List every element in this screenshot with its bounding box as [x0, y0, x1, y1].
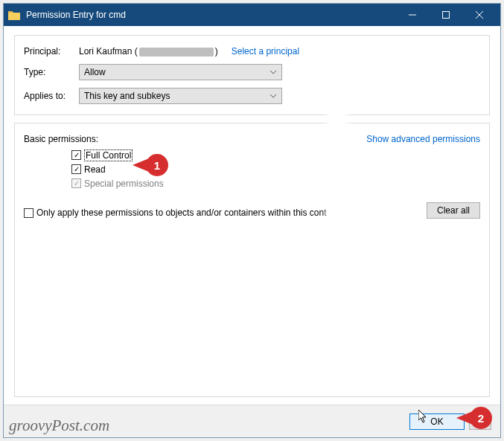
chevron-down-icon	[269, 68, 277, 76]
type-value: Allow	[84, 67, 106, 77]
applies-to-label: Applies to:	[24, 91, 71, 101]
only-apply-label: Only apply these permissions to objects …	[36, 207, 327, 218]
chevron-down-icon	[269, 92, 277, 100]
read-label: Read	[84, 164, 106, 175]
principal-label: Principal:	[24, 46, 71, 57]
type-dropdown[interactable]: Allow	[79, 64, 282, 80]
redacted-email	[139, 48, 214, 57]
principal-section: Principal: Lori Kaufman () Select a prin…	[14, 35, 490, 115]
type-row: Type: Allow	[24, 64, 480, 80]
principal-row: Principal: Lori Kaufman () Select a prin…	[24, 46, 480, 57]
svg-rect-1	[442, 12, 449, 19]
only-apply-checkbox[interactable]	[24, 208, 34, 218]
applies-to-dropdown[interactable]: This key and subkeys	[79, 88, 282, 104]
full-control-label: Full Control	[84, 149, 133, 161]
window-title: Permission Entry for cmd	[26, 10, 389, 20]
show-advanced-link[interactable]: Show advanced permissions	[366, 134, 480, 144]
clear-all-button[interactable]: Clear all	[427, 202, 480, 219]
type-label: Type:	[24, 67, 71, 77]
permissions-section: Basic permissions: Show advanced permiss…	[14, 123, 490, 397]
window-controls	[395, 4, 496, 26]
footer: OK	[4, 405, 500, 437]
content-area: Principal: Lori Kaufman () Select a prin…	[4, 26, 500, 405]
minimize-button[interactable]	[395, 4, 429, 26]
permission-list: Full Control Read Special permissions	[71, 149, 480, 190]
cancel-button-partial[interactable]	[469, 413, 491, 430]
permission-full-control[interactable]: Full Control	[71, 149, 480, 161]
applies-to-row: Applies to: This key and subkeys	[24, 88, 480, 104]
folder-icon	[8, 9, 20, 21]
applies-to-value: This key and subkeys	[84, 91, 170, 101]
select-principal-link[interactable]: Select a principal	[232, 46, 299, 57]
permissions-header: Basic permissions: Show advanced permiss…	[24, 134, 480, 144]
maximize-button[interactable]	[429, 4, 462, 26]
permission-read[interactable]: Read	[71, 163, 480, 176]
permission-special: Special permissions	[71, 177, 480, 190]
read-checkbox[interactable]	[71, 164, 81, 174]
permission-entry-window: Permission Entry for cmd Principal: Lori…	[3, 3, 501, 438]
special-checkbox	[71, 178, 81, 188]
close-button[interactable]	[462, 4, 496, 26]
ok-button[interactable]: OK	[409, 413, 465, 430]
only-apply-row[interactable]: Only apply these permissions to objects …	[24, 207, 480, 218]
titlebar: Permission Entry for cmd	[4, 4, 500, 26]
full-control-checkbox[interactable]	[71, 150, 81, 160]
special-label: Special permissions	[84, 178, 164, 189]
principal-name: Lori Kaufman ()	[79, 46, 218, 57]
basic-permissions-label: Basic permissions:	[24, 134, 98, 144]
